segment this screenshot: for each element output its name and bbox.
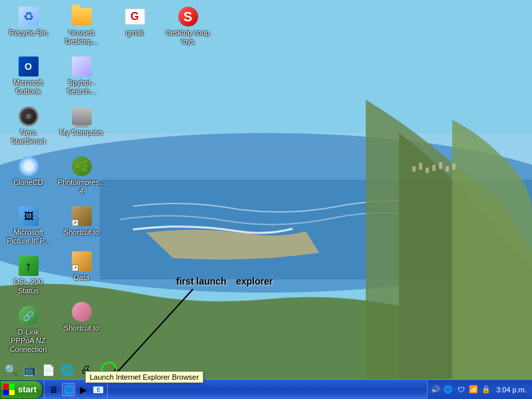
desktop-soup-toys-img: S	[178, 6, 199, 27]
taskbar-clock: 3:04 p.m.	[493, 386, 529, 394]
svg-rect-7	[432, 165, 436, 171]
windows-logo	[3, 384, 15, 396]
tray-icon-5[interactable]: 🔒	[481, 384, 491, 395]
system-tray: 🔊 🌐 🛡 📶 🔒 3:04 p.m.	[427, 380, 532, 399]
desktop-soup-toys-icon[interactable]: S desktop soup toys	[163, 3, 213, 49]
gmail-label: gmail	[126, 29, 143, 37]
spybot-icon[interactable]: Spybot - Search...	[57, 53, 106, 98]
shortcut2-icon[interactable]: Shortcut to	[57, 299, 106, 335]
start-button[interactable]: start	[0, 380, 43, 399]
show-desktop-button[interactable]: 🖥	[47, 383, 61, 396]
recycle-bin-img	[18, 6, 39, 27]
svg-rect-6	[426, 168, 429, 173]
dlink-label: D-Link PPPoA NZ Connection	[6, 328, 51, 354]
desktop: Recycle Bin Unused Desktop... G gmail S …	[0, 0, 532, 399]
windows-media-button[interactable]: ▶	[76, 383, 90, 396]
tray-icon-1[interactable]: 🔊	[430, 384, 441, 395]
my-computer-icon[interactable]: My Computer	[57, 103, 106, 140]
shortcut1-icon[interactable]: ↗ Shortcut to	[57, 203, 106, 239]
photoimpress-label: PhotoImpres... 4	[58, 178, 106, 196]
unused-desktop-label: Unused Desktop...	[59, 29, 104, 46]
ql-bottom-network[interactable]: 🌐	[59, 362, 75, 378]
ms-picture-it-icon[interactable]: 🖼 Microsoft Picture It! P...	[3, 203, 53, 248]
dlink-img: 🔗	[18, 305, 39, 327]
tray-icon-3[interactable]: 🛡	[456, 384, 466, 395]
nero-startsmart-icon[interactable]: Nero StartSmart	[3, 103, 53, 148]
nero-label: Nero StartSmart	[6, 128, 51, 146]
taskbar: start 🖥 🌐 ▶ 📧 🔊 🌐 🛡 📶 🔒 3:04 p.m.	[0, 379, 532, 399]
start-label: start	[18, 384, 37, 394]
microsoft-outlook-icon[interactable]: O Microsoft Outlook	[3, 53, 53, 98]
dsl200-icon[interactable]: ↑ DSL-200 Status	[3, 253, 53, 298]
outlook-img: O	[18, 56, 39, 77]
shortcut2-label: Shortcut to	[64, 324, 99, 332]
svg-rect-9	[446, 166, 449, 172]
svg-rect-10	[452, 164, 456, 170]
shortcut1-img: ↗	[71, 205, 92, 227]
shortcut2-img	[71, 301, 92, 323]
dlink-icon[interactable]: 🔗 D-Link PPPoA NZ Connection	[3, 303, 53, 357]
ql-bottom-media[interactable]: 📺	[22, 362, 38, 378]
ql-bottom-doc[interactable]: 📄	[41, 362, 57, 378]
my-computer-img	[71, 106, 92, 127]
ie-browser-button[interactable]: 🌐	[62, 383, 75, 396]
recycle-bin-label: Recycle Bin	[9, 29, 47, 37]
svg-rect-4	[412, 166, 416, 172]
tray-icon-4[interactable]: 📶	[468, 384, 479, 395]
clonecd-icon[interactable]: CloneCD	[3, 153, 53, 190]
my-computer-label: My Computer	[59, 128, 103, 137]
clonecd-img	[18, 156, 39, 177]
svg-rect-5	[419, 163, 422, 170]
gmail-icon[interactable]: G gmail	[110, 3, 160, 40]
outlook-label: Microsoft Outlook	[6, 78, 51, 96]
outlook-ql-button[interactable]: 📧	[91, 383, 104, 396]
dsl200-img: ↑	[18, 255, 39, 277]
data-img: ↗	[71, 251, 92, 272]
recycle-bin-icon[interactable]: Recycle Bin	[3, 3, 53, 40]
spybot-label: Spybot - Search...	[59, 78, 104, 96]
ms-picture-label: Microsoft Picture It! P...	[6, 228, 51, 245]
data-icon[interactable]: ↗ Data	[57, 248, 106, 285]
unused-desktop-icon[interactable]: Unused Desktop...	[57, 3, 106, 49]
spybot-img	[71, 56, 92, 77]
shortcut1-label: Shortcut to	[64, 228, 99, 237]
svg-rect-8	[439, 162, 442, 169]
photoimpress-icon[interactable]: 🌿 PhotoImpres... 4	[57, 153, 106, 198]
ql-bottom-search[interactable]: 🔍	[3, 362, 19, 378]
gmail-img: G	[124, 6, 146, 27]
data-label: Data	[74, 273, 89, 282]
desktop-soup-toys-label: desktop soup toys	[166, 29, 210, 46]
unused-desktop-img	[71, 6, 92, 27]
clonecd-label: CloneCD	[13, 178, 43, 187]
ms-picture-img: 🖼	[18, 205, 39, 227]
ie-tooltip: Launch Internet Explorer Browser	[85, 371, 203, 383]
photoimpress-img: 🌿	[71, 156, 92, 177]
tray-icon-2[interactable]: 🌐	[443, 384, 454, 395]
nero-img	[18, 106, 39, 127]
dsl200-label: DSL-200 Status	[6, 278, 51, 295]
